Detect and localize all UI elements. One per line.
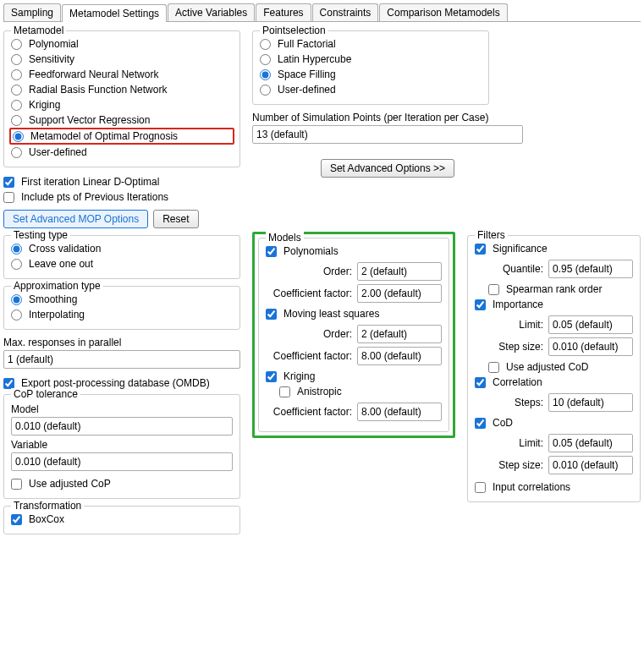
tab-sampling[interactable]: Sampling <box>3 3 61 21</box>
poly-order-input[interactable] <box>357 262 442 281</box>
kriging-coef-input[interactable] <box>357 403 442 421</box>
num-sim-points-input[interactable] <box>252 125 523 144</box>
models-kriging-check[interactable]: Kriging <box>266 369 442 384</box>
cod-step-input[interactable] <box>548 456 633 474</box>
mls-coef-input[interactable] <box>357 347 442 365</box>
set-advanced-mop-button[interactable]: Set Advanced MOP Options <box>3 210 148 228</box>
filter-significance-check[interactable]: Significance <box>475 241 633 256</box>
cop-variable-input[interactable] <box>11 452 233 471</box>
num-sim-points-label: Number of Simulation Points (per Iterati… <box>252 112 523 123</box>
models-polynomials-check[interactable]: Polynomials <box>266 244 442 259</box>
ps-full-factorial[interactable]: Full Factorial <box>260 36 482 52</box>
use-adjusted-cop-check[interactable]: Use adjusted CoP <box>11 476 233 491</box>
tab-constraints[interactable]: Constraints <box>312 3 379 21</box>
ps-user-defined[interactable]: User-defined <box>260 82 482 97</box>
poly-coef-input[interactable] <box>357 284 442 303</box>
pointselection-legend: Pointselection <box>260 25 328 36</box>
metamodel-polynomial[interactable]: Polynomial <box>11 36 233 52</box>
metamodel-sensitivity[interactable]: Sensitivity <box>11 52 233 67</box>
metamodel-feedforward[interactable]: Feedforward Neural Network <box>11 67 233 82</box>
mls-order-input[interactable] <box>357 325 442 343</box>
testing-cross-validation[interactable]: Cross validation <box>11 241 233 256</box>
reset-button[interactable]: Reset <box>153 210 198 228</box>
tab-comparison-metamodels[interactable]: Comparison Metamodels <box>379 3 507 21</box>
set-advanced-options-button[interactable]: Set Advanced Options >> <box>321 159 454 178</box>
filter-cod-check[interactable]: CoD <box>475 415 633 430</box>
include-pts-check[interactable]: Include pts of Previous Iterations <box>3 189 240 205</box>
max-responses-input[interactable] <box>3 350 240 369</box>
metamodel-legend: Metamodel <box>11 25 66 36</box>
metamodel-kriging[interactable]: Kriging <box>11 97 233 112</box>
pointselection-group: Pointselection Full Factorial Latin Hype… <box>252 30 489 105</box>
cod-limit-input[interactable] <box>548 434 633 452</box>
metamodel-group: Metamodel Polynomial Sensitivity Feedfor… <box>3 30 240 167</box>
corr-steps-input[interactable] <box>548 393 633 412</box>
filter-correlation-check[interactable]: Correlation <box>475 375 633 390</box>
imp-step-input[interactable] <box>548 337 633 356</box>
tab-bar: Sampling Metamodel Settings Active Varia… <box>3 3 641 22</box>
cop-model-label: Model <box>11 403 233 415</box>
testing-type-group: Testing type Cross validation Leave one … <box>3 235 240 279</box>
metamodel-userdefined[interactable]: User-defined <box>11 145 233 160</box>
max-responses-label: Max. responses in parallel <box>3 337 240 348</box>
metamodel-svr[interactable]: Support Vector Regression <box>11 112 233 128</box>
tab-metamodel-settings[interactable]: Metamodel Settings <box>62 4 167 22</box>
first-iteration-check[interactable]: First iteration Linear D-Optimal <box>3 174 240 189</box>
kriging-anistropic-check[interactable]: Anistropic <box>279 384 442 399</box>
tab-features[interactable]: Features <box>256 3 311 21</box>
ps-latin-hypercube[interactable]: Latin Hypercube <box>260 52 482 67</box>
testing-leave-one-out[interactable]: Leave one out <box>11 256 233 271</box>
approx-smoothing[interactable]: Smoothing <box>11 292 233 307</box>
input-correlations-check[interactable]: Input correlations <box>475 479 633 495</box>
models-mls-check[interactable]: Moving least squares <box>266 306 442 321</box>
imp-limit-input[interactable] <box>548 315 633 334</box>
transformation-group: Transformation BoxCox <box>3 506 240 534</box>
spearman-check[interactable]: Spearman rank order <box>488 282 633 297</box>
cop-tolerance-group: CoP tolerance Model Variable Use adjuste… <box>3 394 240 499</box>
cop-model-input[interactable] <box>11 417 233 436</box>
filters-group: Filters Significance Quantile: Spearman … <box>467 235 641 502</box>
filter-importance-check[interactable]: Importance <box>475 297 633 312</box>
approximation-type-group: Approximation type Smoothing Interpolati… <box>3 286 240 330</box>
approx-interpolating[interactable]: Interpolating <box>11 307 233 322</box>
tab-active-variables[interactable]: Active Variables <box>168 3 255 21</box>
metamodel-rbf[interactable]: Radial Basis Function Network <box>11 82 233 97</box>
boxcox-check[interactable]: BoxCox <box>11 512 233 527</box>
ps-space-filling[interactable]: Space Filling <box>260 67 482 82</box>
cop-variable-label: Variable <box>11 439 233 451</box>
use-adjusted-cod-check[interactable]: Use adjusted CoD <box>488 359 633 375</box>
sig-quantile-input[interactable] <box>548 260 633 278</box>
metamodel-mop[interactable]: Metamodel of Optimal Prognosis <box>9 128 234 145</box>
models-group: Models Polynomials Order: Coefficient fa… <box>258 238 449 432</box>
